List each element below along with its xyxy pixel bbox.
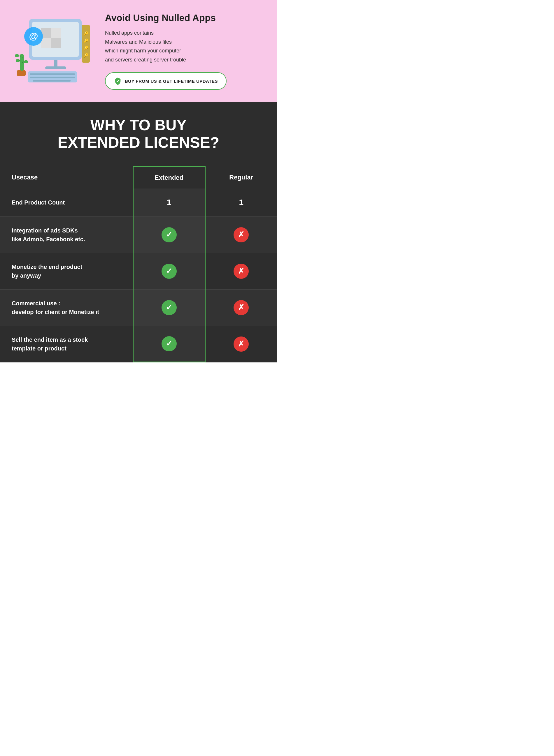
table-row: Monetize the end productby anyway✓✗ [0, 253, 277, 289]
cell-extended: ✓ [133, 216, 205, 253]
shield-icon [114, 77, 122, 85]
col-header-regular: Regular [205, 166, 277, 188]
cell-extended: ✓ [133, 253, 205, 289]
license-section: WHY TO BUY EXTENDED LICENSE? Usecase Ext… [0, 102, 277, 362]
cell-regular: ✗ [205, 326, 277, 362]
svg-rect-5 [54, 60, 57, 67]
table-header-row: Usecase Extended Regular [0, 166, 277, 188]
hero-image-container: @ 🔑 🔑 🔑 🔑 [9, 13, 96, 89]
svg-rect-22 [24, 60, 28, 63]
svg-rect-10 [33, 80, 70, 81]
svg-rect-6 [45, 66, 66, 69]
col-header-usecase: Usecase [0, 166, 133, 188]
cell-usecase: Sell the end item as a stocktemplate or … [0, 326, 133, 362]
count-regular: 1 [239, 198, 243, 207]
section-title: WHY TO BUY EXTENDED LICENSE? [12, 117, 265, 151]
cell-extended: 1 [133, 188, 205, 217]
svg-rect-20 [16, 59, 20, 62]
hero-section: @ 🔑 🔑 🔑 🔑 Avoid Using Nulled Apps Nulled [0, 0, 277, 102]
table-row: Sell the end item as a stocktemplate or … [0, 326, 277, 362]
hero-description: Nulled apps contains Malwares and Malici… [105, 28, 265, 64]
check-icon: ✓ [162, 336, 177, 351]
hero-title: Avoid Using Nulled Apps [105, 12, 265, 23]
col-header-extended: Extended [133, 166, 205, 188]
check-icon: ✓ [162, 264, 177, 279]
cross-icon: ✗ [233, 264, 249, 279]
svg-text:🔑: 🔑 [84, 46, 89, 51]
cell-regular: ✗ [205, 289, 277, 326]
table-row: Commercial use :develop for client or Mo… [0, 289, 277, 326]
cell-extended: ✓ [133, 289, 205, 326]
cell-usecase: Integration of ads SDKslike Admob, Faceb… [0, 216, 133, 253]
cta-button-text: BUY FROM US & GET LIFETIME UPDATES [125, 79, 218, 84]
cross-icon: ✗ [233, 227, 249, 242]
cell-extended: ✓ [133, 326, 205, 362]
svg-rect-18 [17, 70, 26, 76]
section-heading: WHY TO BUY EXTENDED LICENSE? [0, 117, 277, 166]
check-icon: ✓ [162, 227, 177, 242]
cell-usecase: End Product Count [0, 188, 133, 217]
license-table: Usecase Extended Regular End Product Cou… [0, 166, 277, 363]
cell-usecase: Monetize the end productby anyway [0, 253, 133, 289]
cell-regular: 1 [205, 188, 277, 217]
check-icon: ✓ [162, 300, 177, 315]
svg-rect-4 [51, 38, 61, 48]
svg-rect-8 [30, 73, 75, 75]
table-row: Integration of ads SDKslike Admob, Faceb… [0, 216, 277, 253]
cta-button[interactable]: BUY FROM US & GET LIFETIME UPDATES [105, 72, 227, 90]
svg-text:@: @ [29, 31, 38, 41]
svg-rect-21 [15, 54, 19, 57]
cross-icon: ✗ [233, 336, 249, 352]
svg-text:🔑: 🔑 [84, 39, 89, 44]
count-extended: 1 [167, 198, 171, 207]
table-row: End Product Count11 [0, 188, 277, 217]
cell-regular: ✗ [205, 216, 277, 253]
cell-regular: ✗ [205, 253, 277, 289]
svg-text:🔑: 🔑 [84, 31, 89, 36]
cross-icon: ✗ [233, 300, 249, 315]
cell-usecase: Commercial use :develop for client or Mo… [0, 289, 133, 326]
hero-text: Avoid Using Nulled Apps Nulled apps cont… [105, 12, 265, 90]
svg-rect-19 [20, 54, 24, 71]
svg-text:🔑: 🔑 [84, 53, 89, 58]
svg-rect-9 [30, 77, 75, 78]
